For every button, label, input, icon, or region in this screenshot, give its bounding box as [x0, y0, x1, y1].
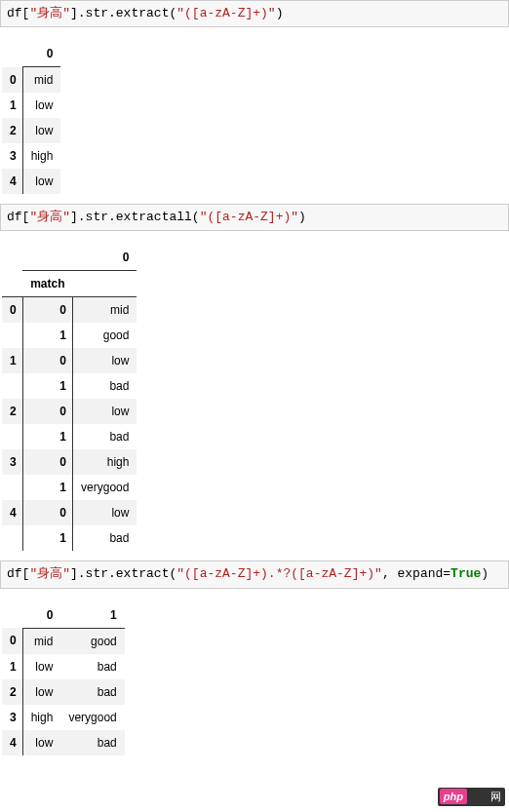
row-index: 1: [2, 93, 22, 118]
cell-value: bad: [60, 730, 124, 755]
cell-value: good: [60, 628, 124, 654]
col-header: 1: [60, 602, 124, 629]
cell-value: low: [73, 399, 137, 424]
row-index-outer: [2, 475, 22, 500]
code-text: df[: [7, 6, 29, 20]
cell-value: mid: [22, 628, 60, 654]
code-text: ): [276, 6, 284, 20]
row-index-inner: 1: [22, 525, 72, 551]
code-cell-extract-expand: df["身高"].str.extract("([a-zA-Z]+).*?([a-…: [0, 561, 509, 588]
cell-value: high: [22, 143, 60, 169]
row-index-outer: [2, 525, 22, 551]
code-text: df[: [7, 210, 29, 224]
row-index-inner: 1: [22, 475, 72, 500]
code-string: "([a-zA-Z]+)": [200, 210, 298, 224]
row-index-outer: [2, 424, 22, 449]
cell-value: low: [22, 679, 60, 705]
row-index-outer: 4: [2, 500, 22, 525]
row-index-inner: 0: [22, 449, 72, 475]
cell-value: low: [22, 93, 60, 118]
code-cell-extractall: df["身高"].str.extractall("([a-zA-Z]+)"): [0, 204, 509, 231]
code-text: ].str.extract(: [70, 566, 176, 581]
cell-value: low: [73, 348, 137, 373]
output-extractall: 0 match 00mid 1good 10low 1bad 20low 1ba…: [0, 231, 509, 561]
cell-value: high: [22, 705, 60, 730]
row-index: 1: [2, 654, 22, 679]
cell-value: low: [73, 500, 137, 525]
cell-value: low: [22, 118, 60, 143]
row-index: 2: [2, 679, 22, 705]
cell-value: bad: [73, 525, 137, 551]
output-extract: 0 0mid 1low 2low 3high 4low: [0, 27, 509, 204]
code-text: ].str.extractall(: [70, 210, 200, 224]
cell-value: high: [73, 449, 137, 475]
code-string: "([a-zA-Z]+).*?([a-zA-Z]+)": [176, 566, 382, 581]
output-extract-expand: 01 0midgood 1lowbad 2lowbad 3highverygoo…: [0, 589, 509, 765]
code-text: df[: [7, 566, 29, 581]
row-index-outer: 2: [2, 399, 22, 424]
cell-value: bad: [73, 373, 137, 399]
cell-value: low: [22, 654, 60, 679]
code-string: "([a-zA-Z]+)": [176, 6, 275, 20]
code-text: , expand=: [382, 566, 450, 581]
row-index: 0: [2, 67, 22, 94]
row-index: 2: [2, 118, 22, 143]
code-text: ): [298, 210, 306, 224]
col-header: 0: [73, 245, 137, 271]
code-string: "身高": [29, 6, 70, 20]
row-index: 4: [2, 169, 22, 194]
row-index-outer: 1: [2, 348, 22, 373]
cell-value: verygood: [73, 475, 137, 500]
row-index-inner: 1: [22, 424, 72, 449]
result-table-extract-expand: 01 0midgood 1lowbad 2lowbad 3highverygoo…: [2, 602, 125, 755]
code-cell-extract: df["身高"].str.extract("([a-zA-Z]+)"): [0, 0, 509, 27]
cell-value: bad: [60, 679, 124, 705]
cell-value: verygood: [60, 705, 124, 730]
row-index-inner: 0: [22, 348, 72, 373]
col-header: 0: [22, 41, 60, 67]
row-index-inner: 1: [22, 373, 72, 399]
row-index-outer: [2, 373, 22, 399]
cell-value: low: [22, 169, 60, 194]
row-index: 3: [2, 705, 22, 730]
cell-value: bad: [73, 424, 137, 449]
col-header: 0: [22, 602, 60, 629]
row-index: 4: [2, 730, 22, 755]
row-index: 0: [2, 628, 22, 654]
row-index-outer: [2, 323, 22, 348]
row-index-inner: 0: [22, 399, 72, 424]
cell-value: low: [22, 730, 60, 755]
code-text: ].str.extract(: [70, 6, 176, 20]
row-index-inner: 0: [22, 500, 72, 525]
row-index-outer: 0: [2, 297, 22, 324]
code-string: "身高": [29, 210, 70, 224]
cell-value: bad: [60, 654, 124, 679]
cell-value: mid: [22, 67, 60, 94]
row-index-inner: 0: [22, 297, 72, 324]
index-name: match: [22, 271, 72, 297]
cell-value: mid: [73, 297, 137, 324]
code-keyword: True: [450, 566, 481, 581]
row-index-outer: 3: [2, 449, 22, 475]
cell-value: good: [73, 323, 137, 348]
code-string: "身高": [29, 566, 70, 581]
code-text: ): [481, 566, 489, 581]
row-index: 3: [2, 143, 22, 169]
result-table-extractall: 0 match 00mid 1good 10low 1bad 20low 1ba…: [2, 245, 137, 551]
result-table-extract: 0 0mid 1low 2low 3high 4low: [2, 41, 60, 194]
row-index-inner: 1: [22, 323, 72, 348]
